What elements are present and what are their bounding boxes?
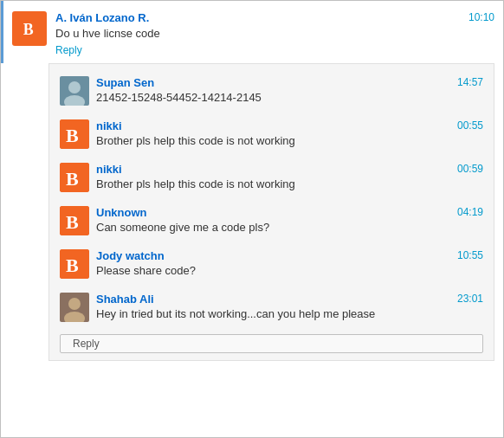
blogger-icon-3: B	[60, 163, 89, 192]
reply-text-1: 21452-15248-54452-14214-2145	[96, 91, 483, 104]
reply-body-5: Jody watchn 10:55 Please share code?	[96, 249, 483, 279]
reply-author-2: nikki	[96, 119, 122, 132]
reply-button-container: Reply	[56, 331, 487, 353]
reply-timestamp-3: 00:59	[457, 163, 483, 175]
reply-text-4: Can someone give me a code pls?	[96, 221, 483, 234]
reply-header-3: nikki 00:59	[96, 163, 483, 176]
top-comment-avatar: B	[12, 11, 47, 46]
reply-author-3: nikki	[96, 163, 122, 176]
reply-body-1: Supan Sen 14:57 21452-15248-54452-14214-…	[96, 76, 483, 106]
reply-item: B nikki 00:55 Brother pls help this code…	[56, 114, 487, 154]
svg-text:B: B	[66, 168, 79, 190]
reply-avatar-2: B	[60, 119, 89, 149]
blogger-icon-2: B	[60, 119, 89, 149]
reply-header-5: Jody watchn 10:55	[96, 249, 483, 262]
reply-header-6: Shahab Ali 23:01	[96, 293, 483, 306]
top-comment-author: A. Iván Lozano R.	[55, 11, 149, 24]
svg-text:B: B	[66, 125, 79, 146]
top-comment-timestamp: 10:10	[468, 11, 494, 23]
blogger-icon: B	[12, 11, 47, 46]
reply-item: Supan Sen 14:57 21452-15248-54452-14214-…	[56, 71, 487, 111]
reply-text-3: Brother pls help this code is not workin…	[96, 177, 483, 190]
replies-section: Supan Sen 14:57 21452-15248-54452-14214-…	[48, 63, 494, 361]
reply-avatar-3: B	[60, 163, 89, 192]
reply-author-1: Supan Sen	[96, 76, 154, 89]
svg-point-3	[68, 81, 81, 93]
reply-body-6: Shahab Ali 23:01 Hey in tried but its no…	[96, 293, 483, 322]
reply-text-6: Hey in tried but its not working...can y…	[96, 307, 483, 320]
top-comment-reply-link[interactable]: Reply	[55, 44, 82, 56]
reply-timestamp-5: 10:55	[457, 249, 483, 261]
reply-header-4: Unknown 04:19	[96, 206, 483, 219]
svg-point-14	[68, 298, 81, 310]
comments-container: B A. Iván Lozano R. 10:10 Do u hve licns…	[0, 0, 504, 438]
reply-timestamp-4: 04:19	[457, 206, 483, 218]
top-comment-header: A. Iván Lozano R. 10:10	[55, 11, 494, 24]
blogger-icon-4: B	[60, 206, 89, 235]
reply-avatar-5: B	[60, 249, 89, 279]
reply-timestamp-6: 23:01	[457, 293, 483, 305]
reply-text-5: Please share code?	[96, 264, 483, 277]
reply-avatar-1	[60, 76, 89, 106]
blogger-icon-5: B	[60, 249, 89, 279]
reply-body-3: nikki 00:59 Brother pls help this code i…	[96, 163, 483, 192]
reply-item: Shahab Ali 23:01 Hey in tried but its no…	[56, 287, 487, 327]
reply-timestamp-2: 00:55	[457, 119, 483, 132]
reply-header-1: Supan Sen 14:57	[96, 76, 483, 89]
reply-timestamp-1: 14:57	[457, 76, 483, 88]
reply-item: B Jody watchn 10:55 Please share code?	[56, 244, 487, 284]
reply-item: B Unknown 04:19 Can someone give me a co…	[56, 201, 487, 241]
svg-text:B: B	[66, 211, 79, 233]
reply-text-2: Brother pls help this code is not workin…	[96, 134, 483, 147]
reply-avatar-6	[60, 293, 89, 322]
svg-text:B: B	[66, 254, 79, 276]
reply-header-2: nikki 00:55	[96, 119, 483, 132]
reply-body-2: nikki 00:55 Brother pls help this code i…	[96, 119, 483, 149]
top-comment: B A. Iván Lozano R. 10:10 Do u hve licns…	[1, 1, 503, 63]
top-comment-body: A. Iván Lozano R. 10:10 Do u hve licnse …	[55, 11, 494, 56]
reply-body-4: Unknown 04:19 Can someone give me a code…	[96, 206, 483, 235]
reply-author-5: Jody watchn	[96, 249, 165, 262]
reply-item: B nikki 00:59 Brother pls help this code…	[56, 158, 487, 197]
svg-text:B: B	[23, 21, 34, 38]
reply-author-6: Shahab Ali	[96, 293, 154, 306]
reply-avatar-4: B	[60, 206, 89, 235]
top-comment-text: Do u hve licnse code	[55, 27, 494, 40]
reply-button[interactable]: Reply	[60, 334, 483, 353]
reply-author-4: Unknown	[96, 206, 147, 219]
